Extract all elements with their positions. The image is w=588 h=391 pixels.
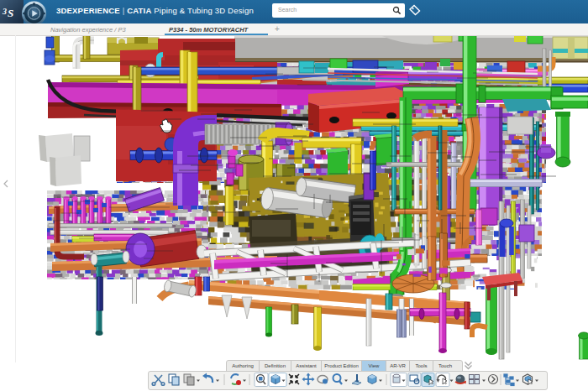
svg-text:S: S <box>8 7 13 19</box>
svg-text:3: 3 <box>2 7 7 16</box>
